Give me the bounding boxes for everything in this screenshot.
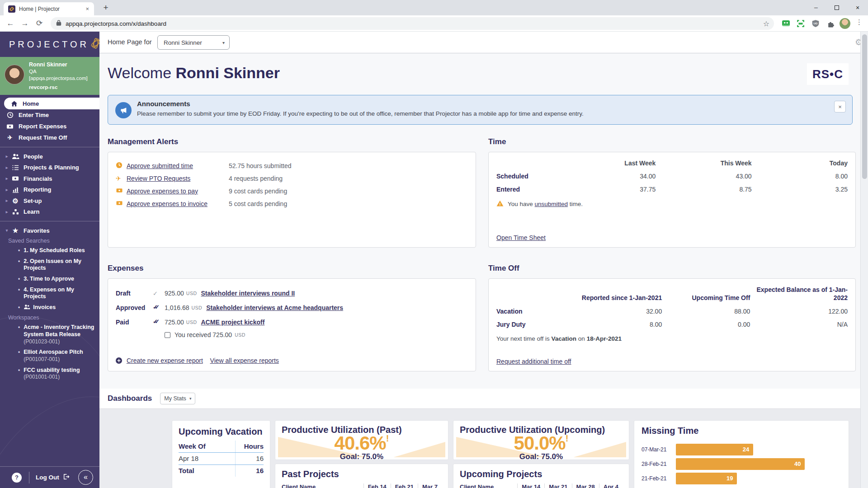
sidebar-item-label: Favorites [24,227,50,234]
close-button[interactable]: × [847,0,868,15]
approve-submitted-time-link[interactable]: Approve submitted time [127,162,229,169]
user-card[interactable]: Ronni Skinner QA [appqa.projectorpsa.com… [0,57,99,95]
received-checkbox[interactable] [165,332,170,338]
bar-row: 07-Mar-21 24 [642,443,841,455]
new-tab-button[interactable]: + [99,2,112,14]
bar-value: 19 [726,475,733,482]
plane-icon: ✈ [116,175,127,182]
saved-search-item-invoices[interactable]: • Invoices [0,302,99,313]
expense-report-link[interactable]: ACME project kickoff [201,319,265,326]
expense-report-link[interactable]: Stakeholder interviews round II [201,290,295,297]
sidebar-item-setup[interactable]: ▸ ⚙ Set-up [0,195,99,206]
chevron-right-icon[interactable]: ▸ [4,188,10,192]
screenshot-extension-icon[interactable] [796,19,806,28]
page-scrollbar[interactable] [860,32,868,488]
scrollbar-thumb[interactable] [862,34,867,179]
request-additional-time-off-link[interactable]: Request additional time off [496,358,571,365]
ublock-extension-icon[interactable]: UO [811,19,821,28]
dashboard-select-dropdown[interactable]: My Stats ▾ [160,393,195,404]
create-expense-report-link[interactable]: Create new expense report [127,357,203,364]
open-time-sheet-link[interactable]: Open Time Sheet [496,234,546,241]
workspace-item[interactable]: • FCC usability testing (P001001-001) [0,365,99,383]
collapse-sidebar-button[interactable]: « [78,470,93,485]
workspace-item[interactable]: • Elliot Aerospace Pitch (P001007-001) [0,347,99,365]
user-select-value: Ronni Skinner [164,39,202,46]
workspace-item[interactable]: • Acme - Inventory Tracking System Beta … [0,322,99,347]
chevron-right-icon[interactable]: ▸ [4,210,10,214]
upcoming-projects-widget: Upcoming Projects Client Name Mar 14 Mar… [453,464,629,488]
user-select-dropdown[interactable]: Ronni Skinner ▾ [157,35,230,50]
browser-menu-icon[interactable]: ⋮ [856,18,863,26]
url-text[interactable]: appqa.projectorpsa.com/x/dashboard [66,20,763,27]
roboform-extension-icon[interactable] [781,19,791,28]
received-row: You received 725.00 USD [165,331,468,338]
alert-detail: 52.75 hours submitted [229,162,468,169]
saved-search-item[interactable]: • 2. Open Issues on My Projects [0,256,99,274]
chevron-right-icon[interactable]: ▸ [4,154,10,159]
sidebar-item-financials[interactable]: ▸ Financials [0,173,99,184]
vacation-col-header: Hours [236,441,264,452]
help-icon[interactable]: ? [12,473,22,483]
announcements-close-button[interactable]: × [834,101,846,113]
wallet-icon [11,175,19,182]
alert-row: Approve expenses to invoice 5 cost cards… [116,197,468,210]
minimize-button[interactable]: ─ [806,0,826,15]
sidebar-item-label: People [24,153,43,160]
sidebar-item-enter-time[interactable]: Enter Time [0,109,99,121]
approve-expenses-to-invoice-link[interactable]: Approve expenses to invoice [127,200,229,207]
chevron-down-icon[interactable]: ▾ [4,228,10,233]
reload-button[interactable]: ⟳ [33,18,45,29]
saved-search-item[interactable]: • 4. Expenses on My Projects [0,285,99,302]
bar-label: 28-Feb-21 [642,461,676,467]
sidebar-item-favorites[interactable]: ▾ ★ Favorites [0,225,99,236]
sidebar-item-request-time-off[interactable]: ✈ Request Time Off [0,132,99,143]
divider [0,221,99,221]
tab-close-icon[interactable]: × [84,5,90,12]
browser-profile-avatar[interactable] [840,18,850,29]
back-button[interactable]: ← [5,18,16,29]
sidebar-item-label: Projects & Planning [24,164,79,171]
maximize-button[interactable] [826,0,847,15]
sidebar-item-people[interactable]: ▸ People [0,151,99,162]
time-value: 3.25 [752,186,848,193]
sidebar-item-projects-planning[interactable]: ▸ Projects & Planning [0,162,99,174]
browser-tab[interactable]: Home | Projector × [4,2,94,15]
lock-icon [56,19,61,28]
blocks-icon [11,209,19,215]
approve-expenses-to-pay-link[interactable]: Approve expenses to pay [127,188,229,195]
alert-detail: 5 cost cards pending [229,200,468,207]
date-col-header: Mar 28 [572,483,599,488]
chevron-right-icon[interactable]: ▸ [4,165,10,170]
expenses-title: Expenses [108,264,476,273]
expense-amount: 1,016.68 [165,304,189,311]
dashboard-select-value: My Stats [164,395,186,402]
check-icon: ✓ [153,290,165,297]
chevron-right-icon[interactable]: ▸ [4,198,10,203]
sidebar-item-learn[interactable]: ▸ Learn [0,206,99,218]
sidebar-item-report-expenses[interactable]: Report Expenses [0,121,99,132]
saved-search-item[interactable]: • 3. Time to Approve [0,274,99,285]
bullet-icon: • [18,258,20,272]
sidebar-item-home[interactable]: Home [4,98,99,109]
view-all-expense-reports-link[interactable]: View all expense reports [210,357,279,364]
logout-label: Log Out [36,474,59,481]
logout-button[interactable]: Log Out [36,474,70,481]
past-projects-widget: Past Projects Client Name Feb 14 Feb 21 … [275,464,448,488]
vacation-total-row: Total 16 [179,465,264,477]
forward-button[interactable]: → [19,18,31,29]
saved-search-item[interactable]: • 1. My Scheduled Roles [0,245,99,256]
time-row-label: Entered [496,186,560,193]
bullet-icon: • [18,367,20,381]
expense-report-link[interactable]: Stakeholder interviews at Acme headquart… [206,304,343,311]
expense-amount: 725.00 [165,319,184,326]
review-pto-requests-link[interactable]: Review PTO Requests [127,175,229,182]
unsubmitted-link[interactable]: unsubmitted [535,201,568,207]
chevron-right-icon[interactable]: ▸ [4,176,10,181]
list-icon [11,164,19,171]
management-alerts-section: Management Alerts Approve submitted time… [108,137,476,248]
address-bar[interactable]: appqa.projectorpsa.com/x/dashboard ☆ [51,17,774,30]
extensions-puzzle-icon[interactable] [826,19,835,28]
bookmark-star-icon[interactable]: ☆ [763,19,769,28]
currency-label: USD [186,319,197,325]
sidebar-item-reporting[interactable]: ▸ Reporting [0,184,99,196]
